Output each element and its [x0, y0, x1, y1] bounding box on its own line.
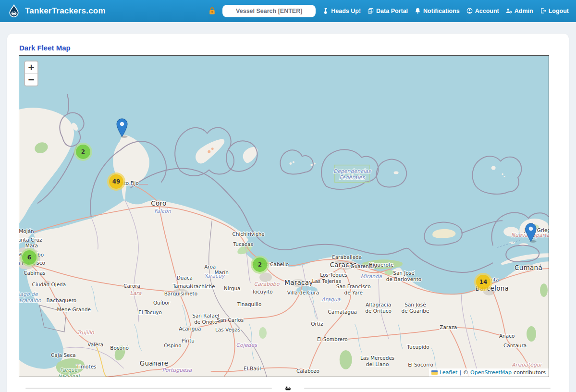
leaflet-map[interactable]: CoroCaracasMaracayBarcelonaCumanáGuanare… — [19, 55, 549, 377]
map-label: Acarigua — [179, 326, 201, 331]
attribution-separator: | — [459, 369, 461, 376]
map-label: Lara — [130, 290, 142, 296]
map-label: Caja Seca — [51, 352, 76, 358]
map-label: Tocuyito — [252, 289, 273, 294]
zoom-control: + − — [24, 61, 38, 86]
map-label: Cabimas — [24, 270, 45, 276]
openstreetmap-link[interactable]: OpenStreetMap — [470, 369, 512, 376]
tanker-drop-logo-icon — [7, 4, 21, 18]
map-label: Carora — [123, 283, 140, 289]
map-label: Maracay — [284, 279, 313, 286]
cluster-count: 14 — [479, 279, 488, 285]
map-label: Nacional — [58, 373, 80, 377]
map-label: Maracaibo — [19, 297, 42, 304]
map-label: San José — [393, 270, 414, 276]
account-icon — [466, 8, 473, 14]
vessel-cluster-marker[interactable]: 14 — [474, 273, 492, 291]
vessel-search-input[interactable] — [222, 5, 316, 17]
map-label: Tamaca — [172, 283, 192, 289]
map-label: Valera — [87, 342, 103, 347]
map-label: Píritu — [182, 338, 195, 343]
nav-item-notifications[interactable]: Notifications — [415, 8, 460, 14]
vessel-cluster-marker[interactable]: 2 — [251, 256, 269, 274]
nav-item-data-portal[interactable]: Data Portal — [368, 8, 408, 14]
map-label: San Francisco — [336, 283, 371, 289]
map-label: Boconó — [110, 345, 129, 351]
map-label: de Orituco — [365, 308, 392, 314]
periscope-icon — [322, 8, 329, 14]
map-label: Camatagua — [328, 309, 357, 315]
contributors-text: contributors — [514, 369, 546, 376]
page-body: Dark Fleet Map — [0, 22, 576, 392]
map-attribution: Leaflet | © OpenStreetMap contributors — [429, 368, 549, 377]
ship-icon — [284, 385, 292, 391]
map-label: San José — [404, 302, 426, 307]
map-label: Cojedes — [236, 342, 257, 348]
map-label: Ospino — [164, 343, 181, 348]
divider-line-right — [304, 388, 551, 389]
map-label: Aragua — [321, 296, 341, 303]
map-label: Miranda — [360, 273, 382, 280]
map-label: El Baúl — [244, 366, 261, 371]
map-label: Federales — [339, 174, 365, 181]
divider-line-left — [25, 388, 272, 389]
map-label: Quíbor — [153, 300, 171, 306]
map-label: Dependencias — [333, 168, 371, 174]
map-label: Trujillo — [77, 330, 95, 336]
cluster-count: 2 — [258, 261, 262, 268]
nav-item-admin[interactable]: Admin — [506, 8, 533, 14]
map-label: Los Teques — [320, 272, 347, 278]
map-label: Caraballeda — [331, 254, 362, 260]
map-label: Higuerote — [369, 262, 394, 268]
map-label: San Rafael — [192, 313, 219, 318]
map-label: Barquisimeto — [164, 291, 197, 296]
map-label: Las Mercedes — [360, 355, 394, 361]
secure-lock-icon — [208, 7, 216, 15]
panel-divider[interactable] — [25, 385, 551, 391]
top-navbar: TankerTrackers.com Heads Up! — [0, 0, 576, 22]
map-label: Tucacas — [233, 241, 253, 247]
nav-item-logout[interactable]: Logout — [540, 8, 569, 14]
map-label: Nirgua — [224, 285, 241, 291]
vessel-cluster-marker[interactable]: 6 — [20, 248, 38, 267]
map-label: Tinaquillo — [237, 301, 261, 307]
map-label: Zaraza — [440, 324, 457, 330]
map-label: de Barlovento — [386, 276, 421, 282]
map-label: Lago de — [19, 291, 38, 297]
map-label: Guanare — [140, 359, 169, 367]
cluster-count: 49 — [112, 178, 121, 185]
vessel-cluster-marker[interactable]: 2 — [74, 143, 92, 161]
ukraine-flag-icon — [431, 370, 438, 375]
map-label: El Socorro — [408, 362, 433, 368]
nav-item-account[interactable]: Account — [466, 8, 499, 14]
map-label: Yaracuy — [204, 273, 225, 279]
data-portal-icon — [368, 8, 374, 14]
map-label: Mene Grande — [57, 306, 91, 312]
page-title: Dark Fleet Map — [19, 44, 557, 52]
map-label: Bachaquero — [47, 297, 77, 303]
map-label: San Carlos — [217, 317, 244, 323]
map-label: Chichiriviche — [232, 231, 264, 237]
vessel-cluster-marker[interactable]: 49 — [107, 172, 125, 191]
nav-item-heads-up[interactable]: Heads Up! — [322, 8, 361, 14]
map-label: Aroa — [204, 264, 216, 270]
vessel-pin-marker[interactable] — [525, 223, 537, 243]
cluster-count: 6 — [27, 254, 31, 261]
map-label: Portuguesa — [162, 367, 192, 373]
map-label: Cantaura — [503, 343, 527, 348]
copyright-symbol: © — [463, 369, 468, 376]
zoom-in-button[interactable]: + — [25, 61, 37, 74]
vessel-pin-marker[interactable] — [116, 118, 128, 138]
map-label: de Onoto — [194, 319, 217, 325]
map-label: Anzoátegui — [512, 362, 542, 368]
zoom-out-button[interactable]: − — [25, 74, 37, 86]
map-label: Altagracia — [366, 302, 391, 307]
map-label: Las Vegas — [215, 327, 240, 332]
map-label: Villa de Cura — [287, 290, 319, 295]
admin-gear-icon — [506, 8, 512, 14]
map-label: de Guaribe — [402, 308, 429, 314]
map-label: Tucupido — [406, 344, 429, 350]
brand[interactable]: TankerTrackers.com — [7, 4, 106, 18]
leaflet-link[interactable]: Leaflet — [440, 369, 457, 376]
cluster-count: 2 — [81, 148, 85, 155]
